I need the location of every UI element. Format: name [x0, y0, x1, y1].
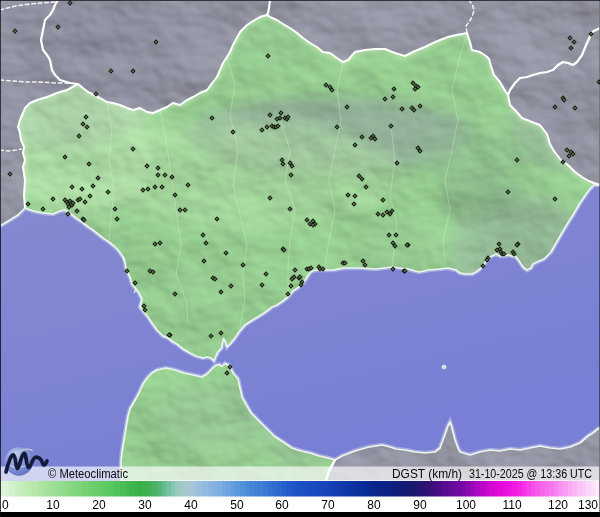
svg-text:90: 90: [413, 498, 427, 512]
svg-text:0: 0: [2, 498, 9, 512]
svg-text:20: 20: [92, 498, 106, 512]
svg-text:DGST (km/h): DGST (km/h): [392, 467, 462, 481]
svg-text:120: 120: [548, 498, 568, 512]
svg-text:10: 10: [46, 498, 60, 512]
svg-text:50: 50: [230, 498, 244, 512]
svg-text:© Meteoclimatic: © Meteoclimatic: [48, 467, 128, 481]
svg-text:100: 100: [456, 498, 476, 512]
svg-text:130: 130: [578, 498, 598, 512]
svg-text:80: 80: [367, 498, 381, 512]
svg-text:30: 30: [138, 498, 152, 512]
svg-text:60: 60: [275, 498, 289, 512]
svg-text:110: 110: [502, 498, 521, 512]
svg-text:31-10-2025 @ 13:36 UTC: 31-10-2025 @ 13:36 UTC: [469, 467, 592, 481]
svg-text:70: 70: [321, 498, 335, 512]
svg-text:40: 40: [184, 498, 198, 512]
